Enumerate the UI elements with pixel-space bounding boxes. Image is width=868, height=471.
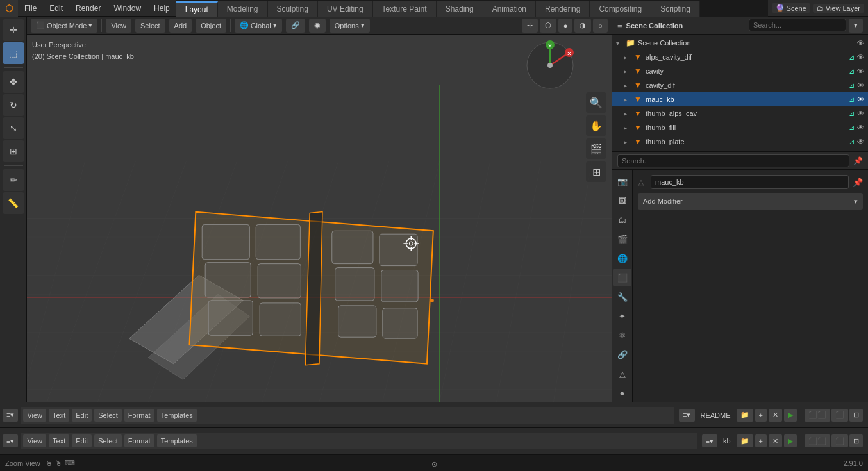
prop-material-icon[interactable]: ● bbox=[613, 384, 631, 402]
menu-help[interactable]: Help bbox=[147, 0, 176, 16]
pan-btn[interactable]: ✋ bbox=[586, 115, 606, 136]
zoom-in-btn[interactable]: 🔍 bbox=[586, 92, 606, 113]
prop-modifier-icon[interactable]: 🔧 bbox=[613, 288, 631, 306]
gizmo-toggle-btn[interactable]: ⊹ bbox=[522, 19, 538, 33]
measure-tool-btn[interactable]: 📏 bbox=[3, 192, 24, 214]
te1-mode-btn[interactable]: ≡▾ bbox=[3, 409, 18, 422]
viewport-shading-solid[interactable]: ● bbox=[558, 19, 573, 33]
te2-layout-3-btn[interactable]: ⊡ bbox=[849, 434, 863, 447]
viewport-shading-rendered[interactable]: ○ bbox=[593, 19, 608, 33]
options-btn[interactable]: Options ▾ bbox=[330, 19, 370, 33]
tab-texture-paint[interactable]: Texture Paint bbox=[373, 1, 437, 17]
add-menu-btn[interactable]: Add bbox=[169, 19, 192, 33]
outliner-search[interactable] bbox=[749, 19, 846, 31]
viewport-shading-render[interactable]: ◑ bbox=[574, 19, 591, 33]
menu-edit[interactable]: Edit bbox=[43, 0, 69, 16]
te1-layout-1-btn[interactable]: ⬛⬛ bbox=[805, 409, 830, 422]
local-view-btn[interactable]: ⊞ bbox=[586, 161, 606, 182]
outliner-item-thumb-fill[interactable]: ▸ ▼ thumb_fill ⊿ 👁 bbox=[612, 120, 868, 135]
te1-close-btn[interactable]: ✕ bbox=[769, 409, 782, 422]
te1-templates-btn[interactable]: Templates bbox=[157, 409, 197, 422]
te2-layout-1-btn[interactable]: ⬛⬛ bbox=[805, 434, 830, 447]
outliner-item-thumb-alps-cav[interactable]: ▸ ▼ thumb_alps_cav ⊿ 👁 bbox=[612, 106, 868, 120]
te2-open-btn[interactable]: 📁 bbox=[737, 434, 753, 447]
tab-animation[interactable]: Animation bbox=[483, 1, 536, 17]
tab-rendering[interactable]: Rendering bbox=[536, 1, 590, 17]
prop-view-layer-icon[interactable]: 🗂 bbox=[613, 211, 631, 229]
properties-search[interactable] bbox=[617, 154, 849, 167]
prop-world-icon[interactable]: 🌐 bbox=[613, 249, 631, 267]
properties-pin-btn[interactable]: 📌 bbox=[853, 156, 863, 165]
menu-file[interactable]: File bbox=[18, 0, 43, 16]
te1-new-btn[interactable]: + bbox=[755, 409, 767, 422]
outliner-scene-collection[interactable]: ▾ 📁 Scene Collection 👁 bbox=[612, 36, 868, 50]
te2-mode-icon-btn[interactable]: ≡▾ bbox=[702, 434, 717, 447]
pin-icon[interactable]: 📌 bbox=[853, 178, 863, 187]
annotate-tool-btn[interactable]: ✏ bbox=[3, 169, 24, 191]
te2-layout-2-btn[interactable]: ⬛ bbox=[831, 434, 848, 447]
transform-global-btn[interactable]: 🌐 Global ▾ bbox=[235, 19, 282, 33]
prop-data-icon[interactable]: △ bbox=[613, 365, 631, 383]
select-menu-btn[interactable]: Select bbox=[135, 19, 165, 33]
te2-text-btn[interactable]: Text bbox=[49, 434, 69, 447]
prop-output-icon[interactable]: 🖼 bbox=[613, 192, 631, 210]
viewport-canvas[interactable]: User Perspective (20) Scene Collection |… bbox=[27, 35, 612, 402]
prop-particles-icon[interactable]: ✦ bbox=[613, 307, 631, 325]
prop-physics-icon[interactable]: ⚛ bbox=[613, 326, 631, 344]
te2-close-btn[interactable]: ✕ bbox=[769, 434, 782, 447]
camera-btn[interactable]: 🎬 bbox=[586, 138, 606, 159]
tab-layout[interactable]: Layout bbox=[176, 1, 218, 17]
te1-edit-btn[interactable]: Edit bbox=[72, 409, 92, 422]
object-mode-btn[interactable]: ⬛ Object Mode ▾ bbox=[31, 19, 97, 33]
te2-mode-btn[interactable]: ≡▾ bbox=[3, 434, 18, 447]
outliner-item-cavity[interactable]: ▸ ▼ cavity ⊿ 👁 bbox=[612, 64, 868, 78]
tab-scripting[interactable]: Scripting bbox=[651, 1, 700, 17]
prop-scene-icon[interactable]: 🎬 bbox=[613, 230, 631, 248]
te1-layout-3-btn[interactable]: ⊡ bbox=[849, 409, 863, 422]
select-tool-btn[interactable]: ⬚ bbox=[3, 42, 24, 64]
view-menu-btn[interactable]: View bbox=[106, 19, 131, 33]
te2-run-btn[interactable]: ▶ bbox=[784, 434, 797, 447]
rotate-tool-btn[interactable]: ↻ bbox=[3, 94, 24, 116]
tab-uv-editing[interactable]: UV Editing bbox=[318, 1, 373, 17]
te2-templates-btn[interactable]: Templates bbox=[157, 434, 197, 447]
outliner-item-alps-cavity-dif[interactable]: ▸ ▼ alps_cavity_dif ⊿ 👁 bbox=[612, 50, 868, 64]
te1-layout-2-btn[interactable]: ⬛ bbox=[831, 409, 848, 422]
te2-select-btn[interactable]: Select bbox=[94, 434, 122, 447]
transform-tool-btn[interactable]: ⊞ bbox=[3, 140, 24, 162]
prop-constraints-icon[interactable]: 🔗 bbox=[613, 345, 631, 363]
tab-modeling[interactable]: Modeling bbox=[218, 1, 268, 17]
te1-text-btn[interactable]: Text bbox=[49, 409, 69, 422]
snap-btn[interactable]: 🔗 bbox=[286, 19, 305, 33]
te1-mode-icon-btn[interactable]: ≡▾ bbox=[679, 409, 694, 422]
move-tool-btn[interactable]: ✥ bbox=[3, 71, 24, 93]
outliner-item-cavity-dif[interactable]: ▸ ▼ cavity_dif ⊿ 👁 bbox=[612, 78, 868, 92]
te1-view-btn[interactable]: View bbox=[23, 409, 46, 422]
menu-render[interactable]: Render bbox=[69, 0, 107, 16]
te1-run-btn[interactable]: ▶ bbox=[784, 409, 797, 422]
te2-view-btn[interactable]: View bbox=[23, 434, 46, 447]
te1-open-btn[interactable]: 📁 bbox=[737, 409, 753, 422]
scene-selector[interactable]: 🔮 Scene bbox=[772, 3, 810, 13]
cursor-tool-btn[interactable]: ✛ bbox=[3, 19, 24, 41]
object-menu-btn[interactable]: Object bbox=[196, 19, 226, 33]
view-layer-selector[interactable]: 🗂 View Layer bbox=[813, 4, 864, 13]
outliner-item-thumb-plate[interactable]: ▸ ▼ thumb_plate ⊿ 👁 bbox=[612, 135, 868, 149]
te1-format-btn[interactable]: Format bbox=[124, 409, 154, 422]
te2-new-btn[interactable]: + bbox=[755, 434, 767, 447]
prop-object-icon[interactable]: ⬛ bbox=[613, 269, 631, 286]
te2-edit-btn[interactable]: Edit bbox=[72, 434, 92, 447]
add-modifier-btn[interactable]: Add Modifier ▾ bbox=[638, 193, 863, 210]
outliner-filter-btn[interactable]: ▾ bbox=[849, 19, 863, 33]
menu-window[interactable]: Window bbox=[107, 0, 147, 16]
blender-logo-icon[interactable]: ⬡ bbox=[0, 0, 18, 17]
tab-compositing[interactable]: Compositing bbox=[590, 1, 651, 17]
overlay-btn[interactable]: ⬡ bbox=[540, 19, 556, 33]
navigation-gizmo[interactable]: Y X bbox=[524, 40, 576, 91]
object-name-input[interactable] bbox=[651, 175, 849, 189]
outliner-item-mauc-kb[interactable]: ▸ ▼ mauc_kb ⊿ 👁 bbox=[612, 92, 868, 106]
prop-render-icon[interactable]: 📷 bbox=[613, 172, 631, 190]
tab-sculpting[interactable]: Sculpting bbox=[268, 1, 318, 17]
proportional-btn[interactable]: ◉ bbox=[309, 19, 326, 33]
scale-tool-btn[interactable]: ⤡ bbox=[3, 117, 24, 139]
